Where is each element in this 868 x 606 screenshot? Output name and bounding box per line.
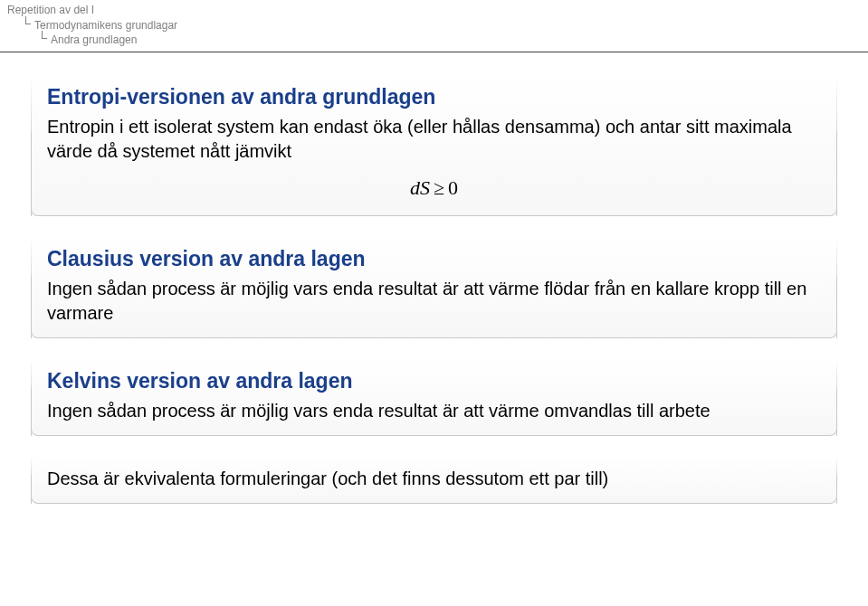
block-kelvin: Kelvins version av andra lagen Ingen såd…: [31, 358, 837, 436]
block-kelvin-body: Ingen sådan process är möjlig vars enda …: [47, 399, 821, 423]
tree-branch-icon: [40, 33, 47, 43]
breadcrumb-level3: Andra grundlagen: [7, 33, 861, 48]
block-equivalence: Dessa är ekvivalenta formuleringar (och …: [31, 456, 837, 504]
tree-branch-icon: [24, 18, 31, 29]
breadcrumb: Repetition av del I Termodynamikens grun…: [0, 0, 868, 50]
slide-content: Entropi-versionen av andra grundlagen En…: [0, 52, 868, 513]
formula-lhs: dS: [410, 176, 430, 199]
block-clausius: Clausius version av andra lagen Ingen så…: [31, 236, 837, 338]
block-entropy-title: Entropi-versionen av andra grundlagen: [47, 85, 821, 109]
breadcrumb-level3-label: Andra grundlagen: [51, 33, 137, 48]
breadcrumb-level1: Repetition av del I: [7, 4, 861, 18]
breadcrumb-level2: Termodynamikens grundlagar: [7, 18, 861, 33]
block-kelvin-title: Kelvins version av andra lagen: [47, 369, 821, 393]
formula-op: ≥: [430, 176, 448, 199]
block-entropy: Entropi-versionen av andra grundlagen En…: [31, 74, 837, 216]
breadcrumb-level2-label: Termodynamikens grundlagar: [34, 19, 177, 33]
block-entropy-formula: dS≥0: [47, 176, 821, 200]
block-equivalence-body: Dessa är ekvivalenta formuleringar (och …: [47, 467, 821, 491]
block-clausius-title: Clausius version av andra lagen: [47, 247, 821, 271]
block-entropy-body: Entropin i ett isolerat system kan endas…: [47, 115, 821, 164]
formula-rhs: 0: [448, 176, 458, 199]
block-clausius-body: Ingen sådan process är möjlig vars enda …: [47, 277, 821, 326]
